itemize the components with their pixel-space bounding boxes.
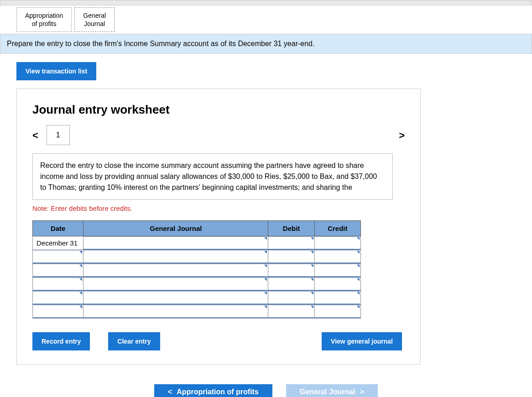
cell-debit[interactable] <box>268 250 314 264</box>
header-credit: Credit <box>314 221 360 236</box>
worksheet-card: Journal entry worksheet < 1 > Record the… <box>16 89 421 365</box>
table-row <box>33 264 361 277</box>
bottom-prev-label: Appropriation of profits <box>177 388 259 396</box>
bottom-prev-button[interactable]: < Appropriation of profits <box>154 384 272 397</box>
cell-debit[interactable] <box>268 305 314 319</box>
tabs-row: Appropriation of profits General Journal <box>16 7 532 32</box>
view-transaction-list-button[interactable]: View transaction list <box>16 62 96 80</box>
cell-date[interactable] <box>33 291 83 305</box>
cell-date[interactable] <box>33 305 83 319</box>
top-bar <box>0 0 532 5</box>
bottom-next-button[interactable]: General Journal > <box>286 384 378 397</box>
cell-general-journal[interactable] <box>83 305 268 319</box>
chevron-left-icon: < <box>168 388 172 396</box>
cell-credit[interactable] <box>314 305 360 319</box>
cell-credit[interactable] <box>314 277 360 291</box>
cell-credit[interactable] <box>314 291 360 305</box>
cell-debit[interactable] <box>268 291 314 305</box>
cell-debit[interactable] <box>268 277 314 291</box>
bottom-nav: < Appropriation of profits General Journ… <box>0 384 532 397</box>
cell-general-journal[interactable] <box>83 291 268 305</box>
cell-general-journal[interactable] <box>83 264 268 277</box>
header-general-journal: General Journal <box>83 221 268 236</box>
cell-debit[interactable] <box>268 264 314 277</box>
tab-general-journal[interactable]: General Journal <box>74 7 115 32</box>
header-date: Date <box>33 221 83 236</box>
bottom-next-label: General Journal <box>300 388 355 396</box>
cell-general-journal[interactable] <box>83 250 268 264</box>
cell-date[interactable] <box>33 277 83 291</box>
table-row <box>33 305 361 319</box>
cell-debit[interactable] <box>268 236 314 250</box>
next-step-icon[interactable]: > <box>399 125 405 141</box>
action-row: Record entry Clear entry View general jo… <box>32 332 402 350</box>
step-indicator[interactable]: 1 <box>47 125 70 145</box>
cell-credit[interactable] <box>314 264 360 277</box>
tab-appropriation[interactable]: Appropriation of profits <box>16 7 72 32</box>
worksheet-note: Note: Enter debits before credits. <box>32 204 405 212</box>
chevron-right-icon: > <box>360 388 364 396</box>
table-row <box>33 291 361 305</box>
cell-date: December 31 <box>33 236 83 250</box>
cell-general-journal[interactable] <box>83 277 268 291</box>
worksheet-prompt: Record the entry to close the income sum… <box>32 153 393 200</box>
prev-step-icon[interactable]: < <box>32 125 38 141</box>
table-row <box>33 277 361 291</box>
header-debit: Debit <box>268 221 314 236</box>
worksheet-nav: < 1 > <box>32 125 405 145</box>
table-row: December 31 <box>33 236 361 250</box>
cell-credit[interactable] <box>314 250 360 264</box>
cell-general-journal[interactable] <box>83 236 268 250</box>
record-entry-button[interactable]: Record entry <box>32 332 90 350</box>
cell-date[interactable] <box>33 264 83 277</box>
view-general-journal-button[interactable]: View general journal <box>322 332 402 350</box>
instruction-bar: Prepare the entry to close the firm's In… <box>0 34 532 54</box>
journal-table: Date General Journal Debit Credit Decemb… <box>32 220 361 319</box>
cell-credit[interactable] <box>314 236 360 250</box>
table-row <box>33 250 361 264</box>
worksheet-title: Journal entry worksheet <box>32 103 405 117</box>
clear-entry-button[interactable]: Clear entry <box>108 332 160 350</box>
cell-date[interactable] <box>33 250 83 264</box>
